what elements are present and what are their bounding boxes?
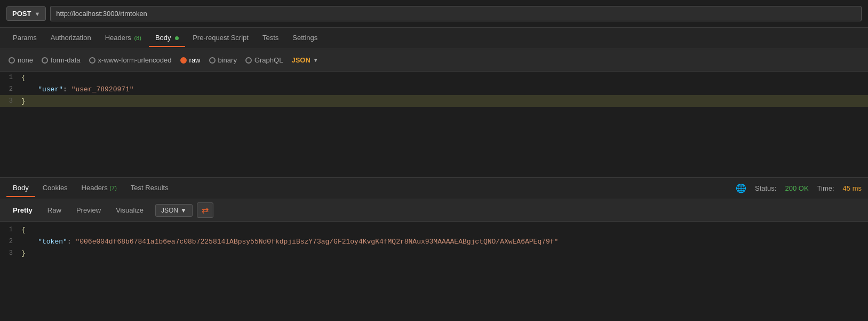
- tab-settings[interactable]: Settings: [286, 29, 324, 47]
- json-format-button[interactable]: JSON ▼: [155, 204, 193, 217]
- subtab-visualize[interactable]: Visualize: [109, 204, 150, 216]
- option-raw[interactable]: raw: [180, 56, 201, 64]
- res-code-line-2: 2 "token": "006e004df68b67841a1b6ea7c08b…: [0, 236, 868, 247]
- tab-params[interactable]: Params: [6, 29, 43, 47]
- subtab-raw[interactable]: Raw: [41, 204, 68, 216]
- option-none[interactable]: none: [9, 56, 33, 64]
- code-line-2: 2 "user": "user_78920971": [0, 83, 868, 95]
- option-form-data[interactable]: form-data: [42, 56, 81, 64]
- json-dropdown-arrow: ▼: [313, 57, 318, 63]
- token-value: "006e004df68b67841a1b6ea7c08b7225814IABp…: [75, 238, 558, 246]
- radio-x-www: [89, 57, 95, 64]
- format-dropdown-arrow: ▼: [180, 207, 187, 214]
- wrap-icon-button[interactable]: ⇄: [197, 202, 213, 218]
- radio-none: [9, 57, 15, 64]
- response-body: 1 { 2 "token": "006e004df68b67841a1b6ea7…: [0, 222, 868, 321]
- tab-headers[interactable]: Headers (8): [99, 29, 148, 47]
- headers-badge: (8): [134, 35, 141, 41]
- tab-tests[interactable]: Tests: [256, 29, 285, 47]
- response-headers-badge: (7): [109, 185, 116, 191]
- request-code-editor[interactable]: 1 { 2 "user": "user_78920971" 3 }: [0, 72, 868, 177]
- tab-pre-request[interactable]: Pre-request Script: [186, 29, 255, 47]
- url-input[interactable]: [50, 6, 862, 21]
- status-value: 200 OK: [785, 184, 808, 192]
- response-subtabs: Pretty Raw Preview Visualize JSON ▼ ⇄: [0, 199, 868, 222]
- subtab-pretty[interactable]: Pretty: [6, 204, 39, 216]
- tab-authorization[interactable]: Authorization: [44, 29, 98, 47]
- response-tabs: Body Cookies Headers (7) Test Results: [6, 179, 175, 197]
- method-dropdown-arrow: ▼: [34, 11, 40, 17]
- status-label: Status:: [755, 184, 776, 192]
- response-meta: 🌐 Status: 200 OK Time: 45 ms: [736, 183, 862, 193]
- res-code-line-1: 1 {: [0, 224, 868, 236]
- subtab-preview[interactable]: Preview: [70, 204, 107, 216]
- option-x-www[interactable]: x-www-form-urlencoded: [89, 56, 172, 64]
- code-line-3: 3 }: [0, 95, 868, 107]
- url-bar: POST ▼: [0, 0, 868, 28]
- request-body-panel: none form-data x-www-form-urlencoded raw…: [0, 49, 868, 177]
- radio-form-data: [42, 57, 48, 64]
- time-value: 45 ms: [843, 184, 862, 192]
- code-line-1: 1 {: [0, 72, 868, 83]
- option-json[interactable]: JSON ▼: [291, 56, 318, 64]
- method-label: POST: [12, 10, 31, 18]
- res-tab-body[interactable]: Body: [6, 179, 35, 197]
- option-graphql[interactable]: GraphQL: [245, 56, 283, 64]
- res-tab-cookies[interactable]: Cookies: [36, 179, 74, 197]
- radio-graphql: [245, 57, 252, 64]
- res-code-line-3: 3 }: [0, 247, 868, 259]
- response-header: Body Cookies Headers (7) Test Results 🌐 …: [0, 178, 868, 199]
- method-select[interactable]: POST ▼: [6, 6, 46, 21]
- body-type-bar: none form-data x-www-form-urlencoded raw…: [0, 49, 868, 72]
- res-tab-test-results[interactable]: Test Results: [124, 179, 175, 197]
- option-binary[interactable]: binary: [209, 56, 237, 64]
- body-dot-indicator: [175, 36, 179, 40]
- globe-icon: 🌐: [736, 183, 746, 193]
- radio-binary: [209, 57, 216, 64]
- radio-raw: [180, 57, 187, 64]
- time-label: Time:: [817, 184, 834, 192]
- res-tab-headers[interactable]: Headers (7): [75, 179, 123, 197]
- wrap-icon: ⇄: [202, 205, 209, 215]
- tab-body[interactable]: Body: [149, 29, 185, 47]
- request-tabs: Params Authorization Headers (8) Body Pr…: [0, 28, 868, 49]
- response-section: Body Cookies Headers (7) Test Results 🌐 …: [0, 178, 868, 321]
